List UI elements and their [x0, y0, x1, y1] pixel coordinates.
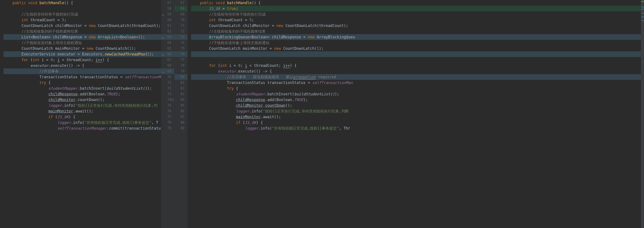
code-line[interactable]: public void batchHandle() {: [191, 0, 644, 6]
gutter-line-number[interactable]: 68: [174, 6, 188, 12]
code-line[interactable]: //子线程在该对象上等待主线程通知: [191, 40, 644, 46]
gutter-line-number[interactable]: 74: [174, 40, 188, 46]
code-line[interactable]: //主线程等待所有子线程执行完成: [191, 12, 644, 17]
gutter-line-number[interactable]: 73: [161, 91, 174, 97]
code-line[interactable]: mainMonitor.await();: [191, 114, 644, 120]
code-line[interactable]: logger.info("线程{}正常执行完成,等待其他线程执行结束,判: [4, 102, 161, 108]
code-line[interactable]: TransactionStatus transactionStatus = se…: [4, 74, 161, 80]
code-line[interactable]: public void batchHandle() {: [4, 0, 161, 6]
gutter-line-number[interactable]: 74−: [161, 97, 174, 102]
gutter-line-number[interactable]: »69: [161, 68, 174, 74]
gutter-line-number[interactable]: 71: [174, 23, 188, 28]
gutter-line-number[interactable]: 62: [161, 28, 174, 34]
gutter-line-number[interactable]: 70: [174, 17, 188, 23]
gutter-line-number[interactable]: 87: [174, 114, 188, 120]
gutter-line-number[interactable]: 78: [161, 120, 174, 126]
code-line[interactable]: TransactionStatus transactionStatus = se…: [191, 80, 644, 86]
code-line[interactable]: //主线程收集到的子线程最终结果: [191, 28, 644, 34]
gutter-line-number[interactable]: 83: [174, 91, 188, 97]
code-line[interactable]: executor.execute(() -> {: [191, 68, 644, 74]
gutter-line-number[interactable]: »63: [161, 34, 174, 40]
code-line[interactable]: //主线程等待所有子线程执行完成: [4, 12, 161, 17]
code-line[interactable]: logger.info("线程{}正常执行完成,等待其他线程执行结束,判断: [191, 108, 644, 114]
right-editor-panel[interactable]: public void batchHandle() { IS_OK = true…: [188, 0, 644, 228]
gutter-line-number[interactable]: 71: [161, 80, 174, 86]
code-line[interactable]: int threadCount = 5;: [4, 17, 161, 23]
gutter-line-number[interactable]: 75: [161, 102, 174, 108]
right-code-area[interactable]: public void batchHandle() { IS_OK = true…: [188, 0, 644, 228]
code-line[interactable]: //主线程收集到的子线程最终结果: [4, 28, 161, 34]
code-line[interactable]: ArrayBlockingQueue<Boolean> childRespons…: [191, 34, 644, 40]
code-line[interactable]: try {: [191, 86, 644, 91]
gutter-line-number[interactable]: »59: [161, 12, 174, 17]
gutter-line-number[interactable]: 68: [161, 63, 174, 68]
gutter-line-number[interactable]: 85: [174, 102, 188, 108]
code-line[interactable]: IS_OK = true;: [191, 6, 644, 12]
gutter-line-number[interactable]: 67: [161, 57, 174, 63]
code-line[interactable]: if (IS_OK) {: [4, 114, 161, 120]
gutter-line-number[interactable]: 57: [161, 0, 174, 6]
stripe-marker[interactable]: [641, 1, 644, 2]
right-gutter[interactable]: 6768697071727374757677787980818283848586…: [174, 0, 188, 228]
gutter-line-number[interactable]: 58: [161, 6, 174, 12]
left-editor-panel[interactable]: public void batchHandle() { //主线程等待所有子线程…: [0, 0, 161, 228]
code-line[interactable]: int threadCount = 5;: [191, 17, 644, 23]
gutter-line-number[interactable]: 78: [174, 63, 188, 68]
gutter-line-number[interactable]: 86: [174, 108, 188, 114]
code-line[interactable]: [4, 6, 161, 12]
stripe-marker[interactable]: [641, 20, 644, 21]
code-line[interactable]: //开启事务 跟当前线程相关 默认propgation required: [191, 74, 644, 80]
fold-icon[interactable]: −: [171, 98, 174, 101]
stripe-marker[interactable]: [641, 6, 644, 8]
code-line[interactable]: [191, 51, 644, 57]
gutter-line-number[interactable]: 72: [174, 28, 188, 34]
gutter-line-number[interactable]: 69: [174, 12, 188, 17]
code-line[interactable]: List<Boolean> childResponse = new ArrayL…: [4, 34, 161, 40]
gutter-line-number[interactable]: 75: [174, 46, 188, 51]
gutter-line-number[interactable]: 70: [161, 74, 174, 80]
code-line[interactable]: //子线程在该对象上等待主线程通知: [4, 40, 161, 46]
code-line[interactable]: if (IS_OK) {: [191, 120, 644, 126]
gutter-line-number[interactable]: 77: [161, 114, 174, 120]
code-line[interactable]: childResponse.add(Boolean.TRUE);: [191, 97, 644, 102]
error-stripe[interactable]: [641, 0, 644, 228]
code-line[interactable]: childMonitor.countDown();: [191, 102, 644, 108]
code-line[interactable]: CountDownLatch mainMonitor = new CountDo…: [191, 46, 644, 51]
code-line[interactable]: ExecutorService executor = Executors.new…: [4, 51, 161, 57]
code-line[interactable]: studentMapper.batchInsert(buildStudentLi…: [191, 91, 644, 97]
gutter-line-number[interactable]: »66: [161, 51, 174, 57]
gutter-line-number[interactable]: 72: [161, 86, 174, 91]
gutter-line-number[interactable]: 76: [161, 108, 174, 114]
code-line[interactable]: childResponse.add(Boolean.TRUE);: [4, 91, 161, 97]
gutter-line-number[interactable]: 89: [174, 126, 188, 131]
code-line[interactable]: try {: [4, 80, 161, 86]
gutter-line-number[interactable]: 81: [174, 80, 188, 86]
gutter-line-number[interactable]: 80: [174, 74, 188, 80]
code-line[interactable]: for (int i = 0; i < threadCount; i++) {: [4, 57, 161, 63]
gutter-line-number[interactable]: 60: [161, 17, 174, 23]
gutter-line-number[interactable]: 84: [174, 97, 188, 102]
gutter-line-number[interactable]: 82: [174, 86, 188, 91]
stripe-marker[interactable]: [641, 9, 644, 10]
gutter-line-number[interactable]: 67: [174, 0, 188, 6]
code-line[interactable]: logger.info("所有线程都正常完成,线程{}事务提交", Thr: [191, 126, 644, 131]
left-code-area[interactable]: public void batchHandle() { //主线程等待所有子线程…: [0, 0, 161, 228]
stripe-marker[interactable]: [641, 13, 644, 14]
gutter-line-number[interactable]: 61: [161, 23, 174, 28]
code-line[interactable]: studentMapper.batchInsert(buildStudentLi…: [4, 86, 161, 91]
code-line[interactable]: CountDownLatch childMonitor = new CountD…: [191, 23, 644, 28]
code-line[interactable]: mainMonitor.await();: [4, 108, 161, 114]
gutter-line-number[interactable]: 88: [174, 120, 188, 126]
code-line[interactable]: [191, 57, 644, 63]
code-line[interactable]: //开启事务: [4, 68, 161, 74]
code-line[interactable]: CountDownLatch mainMonitor = new CountDo…: [4, 46, 161, 51]
gutter-line-number[interactable]: 79: [161, 126, 174, 131]
code-line[interactable]: for (int i = 0; i < threadCount; i++) {: [191, 63, 644, 68]
code-line[interactable]: childMonitor.countDown();: [4, 97, 161, 102]
gutter-line-number[interactable]: 79: [174, 68, 188, 74]
code-line[interactable]: CountDownLatch childMonitor = new CountD…: [4, 23, 161, 28]
gutter-line-number[interactable]: 76: [174, 51, 188, 57]
left-gutter[interactable]: 5758»59606162»636465»666768»697071727374…: [161, 0, 174, 228]
gutter-line-number[interactable]: 73: [174, 34, 188, 40]
gutter-line-number[interactable]: 65: [161, 46, 174, 51]
